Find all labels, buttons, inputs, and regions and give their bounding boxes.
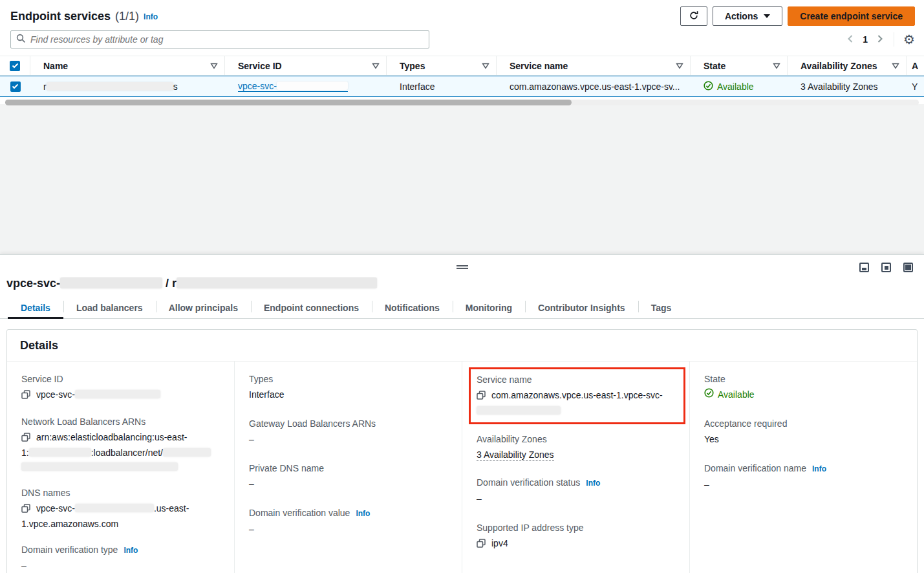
endpoint-services-table: Name Service ID Types Service name State [0,56,924,105]
info-link[interactable]: Info [124,546,138,555]
column-label: Types [400,61,425,71]
page-title: Endpoint services [10,10,111,23]
state-label: Available [717,81,754,92]
label-text: Domain verification value [249,508,350,518]
horizontal-scrollbar[interactable] [5,100,919,105]
service-id-link[interactable]: vpce-svc- [238,81,348,92]
table-header-row: Name Service ID Types Service name State [0,56,924,76]
row-az-cell: 3 Availability Zones [788,81,907,92]
tab-allow-principals[interactable]: Allow principals [156,297,251,318]
ip-type-value: ipv4 [491,538,508,548]
field-value: – [21,559,221,573]
actions-button-label: Actions [725,11,758,21]
copy-icon[interactable] [21,389,30,403]
field-label: Domain verification valueInfo [249,506,449,520]
actions-button[interactable]: Actions [713,6,782,26]
split-panel: vpce-svc- / r Details Load balancers All… [0,254,924,573]
info-link[interactable]: Info [812,464,826,473]
page-header: Endpoint services (1/1) Info Actions Cre… [0,0,924,26]
header-info-link[interactable]: Info [144,12,158,21]
filter-icon[interactable] [773,61,780,71]
redacted-text [60,277,162,288]
preferences-gear-icon[interactable]: ⚙ [903,33,915,46]
split-panel-header [0,255,924,272]
resize-handle-icon[interactable] [457,265,468,269]
nlb-arn-line2: 1: [21,448,29,458]
field-label: Domain verification statusInfo [477,476,676,490]
tab-notifications[interactable]: Notifications [372,297,453,318]
field-value: – [477,492,676,506]
info-link[interactable]: Info [586,479,600,488]
tab-tags[interactable]: Tags [638,297,685,318]
tab-contributor-insights[interactable]: Contributor Insights [525,297,638,318]
copy-icon[interactable] [477,389,486,404]
row-checkbox[interactable] [10,81,21,92]
filter-icon[interactable] [676,61,683,71]
state-label: Available [718,387,755,402]
divider [894,32,894,47]
panel-full-size-icon[interactable] [903,263,913,272]
table-row[interactable]: rs vpce-svc- Interface com.amazonaws.vpc… [0,76,924,97]
previous-page-button[interactable] [846,33,855,47]
field-label: Supported IP address type [477,521,676,534]
tab-details[interactable]: Details [8,297,63,318]
filter-icon[interactable] [210,61,218,71]
column-header-name[interactable]: Name [30,56,225,75]
column-header-availability-zones[interactable]: Availability Zones [788,56,907,75]
field-domain-verification-type: Domain verification typeInfo – [21,543,221,573]
filter-icon[interactable] [482,61,489,71]
info-link[interactable]: Info [356,509,370,518]
table-section: Endpoint services (1/1) Info Actions Cre… [0,0,924,104]
create-endpoint-service-button[interactable]: Create endpoint service [788,6,915,26]
field-value: Available [704,387,904,402]
redacted-text [163,448,211,457]
current-page-number[interactable]: 1 [861,34,869,45]
details-card: Details Service ID vpce-svc- Network Loa… [6,329,918,573]
copy-icon[interactable] [477,537,486,552]
scrollbar-thumb[interactable] [5,100,572,105]
next-page-button[interactable] [876,33,885,47]
field-label: Acceptance required [704,417,904,430]
select-all-checkbox[interactable] [10,61,20,71]
field-glb-arns: Gateway Load Balancers ARNs – [249,417,449,446]
column-header-state[interactable]: State [691,56,788,75]
service-name-line1: com.amazonaws.vpce.us-east-1.vpce-svc- [491,390,663,400]
column-header-service-id[interactable]: Service ID [225,56,387,75]
copy-icon[interactable] [21,503,30,517]
details-column-2: Types Interface Gateway Load Balancers A… [234,362,462,573]
row-types-cell: Interface [387,81,497,92]
endpoint-services-page: Endpoint services (1/1) Info Actions Cre… [0,0,924,573]
az-popover-trigger[interactable]: 3 Availability Zones [800,81,878,92]
resource-count: (1/1) [115,10,139,23]
refresh-button[interactable] [680,6,707,26]
search-box[interactable] [10,30,429,49]
chevron-right-icon [877,34,883,45]
redacted-text [75,390,160,398]
row-clipped-cell: Y [907,81,924,92]
az-popover-trigger[interactable]: 3 Availability Zones [477,449,554,460]
row-service-name-cell: com.amazonaws.vpce.us-east-1.vpce-sv... [497,81,691,92]
tab-load-balancers[interactable]: Load balancers [63,297,156,318]
row-state-cell: Available [691,81,788,92]
header-actions: Actions Create endpoint service [680,6,915,26]
field-value: – [249,477,449,491]
field-types: Types Interface [249,373,449,402]
filter-icon[interactable] [892,61,899,71]
panel-bottom-position-icon[interactable] [859,263,869,272]
column-header-clipped[interactable]: A [907,56,924,75]
column-header-types[interactable]: Types [387,56,497,75]
search-icon [16,34,26,45]
field-value: vpce-svc-.us-east- 1.vpce.amazonaws.com [21,501,221,531]
tab-monitoring[interactable]: Monitoring [453,297,525,318]
field-value: ipv4 [477,536,676,552]
panel-half-size-icon[interactable] [881,263,891,272]
column-header-service-name[interactable]: Service name [497,56,691,75]
title-service-id-prefix: vpce-svc- [6,277,60,290]
search-input[interactable] [30,34,424,45]
field-label: Types [249,373,449,385]
service-id-text: vpce-svc- [238,81,277,91]
redacted-text [177,277,377,288]
copy-icon[interactable] [21,431,30,446]
filter-icon[interactable] [372,61,380,71]
tab-endpoint-connections[interactable]: Endpoint connections [251,297,372,318]
